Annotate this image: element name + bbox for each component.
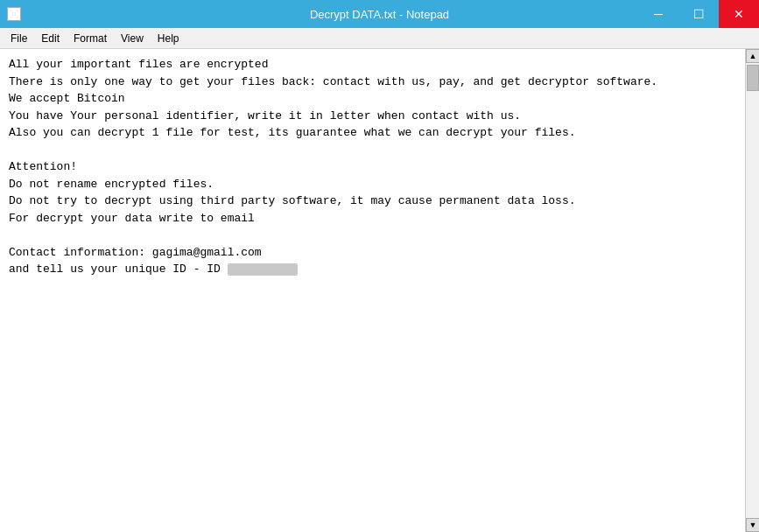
menu-file[interactable]: File — [4, 31, 34, 46]
minimize-button[interactable]: ─ — [638, 0, 678, 28]
scroll-thumb[interactable] — [747, 65, 759, 91]
window-title: Decrypt DATA.txt - Notepad — [310, 8, 449, 21]
title-bar-controls: ─ ☐ ✕ — [638, 0, 759, 28]
title-bar: Decrypt DATA.txt - Notepad ─ ☐ ✕ — [0, 0, 759, 28]
menu-help[interactable]: Help — [151, 31, 186, 46]
editor-wrapper: All your important files are encrypted T… — [0, 49, 759, 532]
scroll-up-button[interactable]: ▲ — [746, 49, 759, 63]
notepad-icon — [7, 7, 21, 21]
close-button[interactable]: ✕ — [719, 0, 759, 28]
vertical-scrollbar[interactable]: ▲ ▼ — [745, 49, 759, 532]
menu-bar: File Edit Format View Help — [0, 28, 759, 49]
menu-format[interactable]: Format — [67, 31, 114, 46]
editor-content[interactable]: All your important files are encrypted T… — [0, 49, 745, 532]
redacted-id — [228, 263, 298, 276]
menu-edit[interactable]: Edit — [34, 31, 67, 46]
title-bar-left — [7, 7, 21, 21]
scroll-track — [746, 63, 759, 518]
scroll-down-button[interactable]: ▼ — [746, 518, 759, 532]
maximize-button[interactable]: ☐ — [678, 0, 719, 28]
menu-view[interactable]: View — [114, 31, 151, 46]
